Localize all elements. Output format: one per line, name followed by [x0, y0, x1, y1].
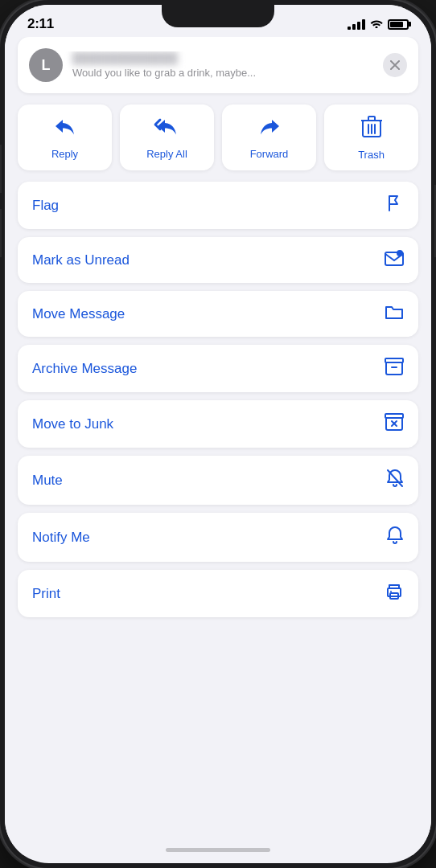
bell-mute-icon	[386, 469, 404, 492]
avatar: L	[29, 48, 63, 82]
svg-rect-10	[385, 358, 403, 362]
mark-unread-menu-item[interactable]: Mark as Unread	[18, 237, 418, 283]
flag-icon	[386, 194, 404, 216]
move-junk-menu-item[interactable]: Move to Junk	[18, 400, 418, 448]
reply-all-button[interactable]: Reply All	[120, 104, 214, 170]
content-area: L ████████████ Would you like to grab a …	[5, 37, 431, 855]
svg-point-17	[390, 591, 392, 592]
email-sender: ████████████	[72, 51, 383, 65]
printer-icon	[385, 583, 404, 604]
mute-label: Mute	[32, 473, 63, 489]
reply-all-label: Reply All	[146, 148, 187, 160]
move-message-label: Move Message	[32, 306, 125, 322]
phone-screen: 2:11	[5, 5, 431, 863]
notify-label: Notify Me	[32, 530, 90, 546]
home-indicator	[166, 848, 270, 852]
folder-icon	[385, 304, 404, 324]
trash-button[interactable]: Trash	[324, 104, 418, 170]
volume-up-button[interactable]	[0, 145, 2, 193]
print-menu-item[interactable]: Print	[18, 570, 418, 617]
reply-button[interactable]: Reply	[18, 104, 112, 170]
bell-icon	[386, 526, 404, 549]
battery-icon	[388, 19, 409, 30]
signal-icon	[348, 18, 365, 30]
mark-unread-label: Mark as Unread	[32, 252, 130, 268]
reply-all-icon	[154, 117, 181, 143]
envelope-icon	[385, 250, 404, 270]
flag-label: Flag	[32, 198, 59, 214]
svg-point-9	[397, 250, 403, 256]
email-header: L ████████████ Would you like to grab a …	[18, 37, 418, 93]
mute-menu-item[interactable]: Mute	[18, 456, 418, 505]
status-time: 2:11	[27, 16, 54, 32]
trash-icon	[361, 116, 382, 144]
phone-frame: 2:11	[0, 0, 436, 868]
action-grid: Reply Reply All	[18, 104, 418, 170]
archive-menu-item[interactable]: Archive Message	[18, 345, 418, 392]
email-preview: Would you like to grab a drink, maybe...	[72, 67, 383, 79]
close-button[interactable]	[383, 53, 407, 77]
trash-label: Trash	[358, 149, 385, 161]
status-icons	[348, 18, 409, 31]
reply-icon	[53, 117, 77, 143]
notify-menu-item[interactable]: Notify Me	[18, 513, 418, 562]
reply-label: Reply	[51, 148, 78, 160]
forward-label: Forward	[250, 148, 289, 160]
archive-label: Archive Message	[32, 361, 137, 377]
notch	[162, 5, 274, 27]
wifi-icon	[370, 18, 383, 31]
menu-list: Flag Mark as Unread	[18, 182, 418, 617]
print-label: Print	[32, 586, 60, 602]
svg-rect-4	[368, 117, 375, 121]
volume-down-button[interactable]	[0, 209, 2, 257]
svg-rect-11	[385, 414, 403, 418]
forward-icon	[257, 117, 282, 143]
move-junk-label: Move to Junk	[32, 416, 113, 432]
email-info: ████████████ Would you like to grab a dr…	[63, 51, 383, 79]
flag-menu-item[interactable]: Flag	[18, 182, 418, 229]
move-message-menu-item[interactable]: Move Message	[18, 291, 418, 337]
junk-icon	[385, 413, 404, 435]
archive-icon	[385, 358, 404, 379]
forward-button[interactable]: Forward	[222, 104, 316, 170]
